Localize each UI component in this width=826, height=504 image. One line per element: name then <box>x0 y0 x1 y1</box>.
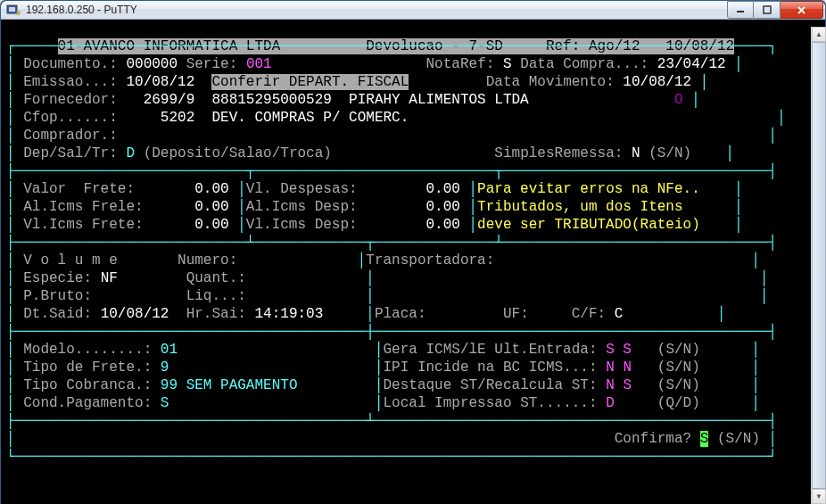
fornecedor-line: │ Fornecedor: 2699/9 88815295000529 PIRA… <box>6 91 807 109</box>
documento-line: │ Documento.: 000000 Serie: 001 NotaRef:… <box>6 55 807 73</box>
cfop-line: │ Cfop......: 5202 DEV. COMPRAS P/ COMER… <box>6 109 807 127</box>
close-button[interactable] <box>781 1 823 19</box>
svg-rect-2 <box>17 12 20 14</box>
tipo-frete-line: │ Tipo de Frete.: 9 │IPI Incide na BC IC… <box>6 359 807 376</box>
scroll-down-button[interactable]: ▼ <box>812 489 826 504</box>
scroll-track[interactable] <box>812 42 826 489</box>
terminal[interactable]: 01-AVANCO INFORMATICA LTDA Devolucao - 7… <box>1 20 825 504</box>
box-border: ├───────────────────────────┬───────────… <box>6 162 807 180</box>
maximize-button[interactable] <box>754 1 781 19</box>
minimize-button[interactable] <box>727 1 754 19</box>
scroll-thumb[interactable] <box>812 42 826 489</box>
titlebar[interactable]: 192.168.0.250 - PuTTY <box>1 1 825 20</box>
al-icms-line: │ Al.Icms Frele: 0.00 │Al.Icms Desp: 0.0… <box>6 198 807 216</box>
box-border: ├───────────────────────────────────────… <box>6 323 807 341</box>
dtsaid-line: │ Dt.Said: 10/08/12 Hr.Sai: 14:19:03 │Pl… <box>6 305 807 323</box>
especie-line: │ Especie: NF Quant.: │ │ <box>6 269 807 287</box>
box-border: ┌───────────────────────────────────────… <box>6 37 807 55</box>
cond-pag-line: │ Cond.Pagamento: S │Local Impressao ST.… <box>6 394 807 412</box>
box-border: └───────────────────────────────────────… <box>6 448 807 466</box>
modelo-line: │ Modelo........: 01 │Gera ICMS/lE Ult.E… <box>6 341 807 359</box>
volume-line: │ V o l u m e Numero: │Transportadora: │ <box>6 252 807 269</box>
putty-icon <box>6 3 21 17</box>
pbruto-line: │ P.Bruto: Liq...: │ │ <box>6 287 807 305</box>
svg-rect-4 <box>764 6 771 13</box>
window-controls <box>727 1 823 19</box>
depsal-line: │ Dep/Sal/Tr: D (Deposito/Salao/Troca) S… <box>6 145 807 162</box>
comprador-line: │ Comprador.: │ <box>6 127 807 145</box>
scrollbar[interactable]: ▲ ▼ <box>811 27 826 504</box>
box-border: ├───────────────────────────┴───────────… <box>6 234 807 252</box>
tipo-cobr-line: │ Tipo Cobranca.: 99 SEM PAGAMENTO │Dest… <box>6 376 807 394</box>
svg-rect-3 <box>737 11 744 12</box>
app-window: 192.168.0.250 - PuTTY 01-AVANCO INFORMAT… <box>0 0 826 504</box>
window-title: 192.168.0.250 - PuTTY <box>26 4 137 16</box>
scroll-up-button[interactable]: ▲ <box>812 27 826 42</box>
box-border: ├───────────────────────────────────────… <box>6 412 807 430</box>
vl-icms-line: │ Vl.Icms Frete: 0.00 │Vl.Icms Desp: 0.0… <box>6 216 807 234</box>
emissao-line: │ Emissao...: 10/08/12 Conferir DEPART. … <box>6 73 807 91</box>
confirma-line[interactable]: │ Confirma? S (S/N) │ <box>6 430 807 448</box>
svg-rect-1 <box>9 7 15 12</box>
valor-frete-line: │ Valor Frete: 0.00 │Vl. Despesas: 0.00 … <box>6 180 807 198</box>
